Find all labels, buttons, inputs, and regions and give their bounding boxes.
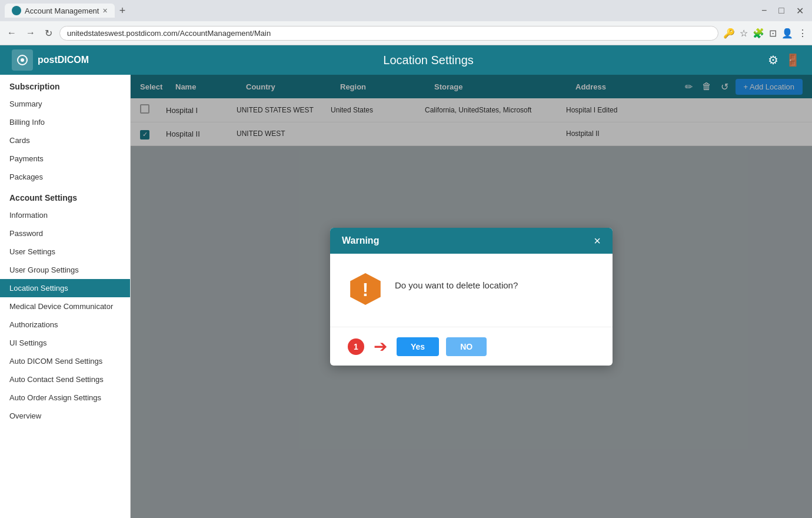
- modal-message: Do you want to delete location?: [395, 271, 518, 290]
- sidebar-item-ui-settings[interactable]: UI Settings: [0, 334, 130, 352]
- content-area: Select Name Country Region Storage Addre…: [131, 75, 812, 518]
- app-header: postDICOM Location Settings ⚙ 🚪: [0, 45, 812, 75]
- modal-body: ! Do you want to delete location?: [330, 254, 613, 327]
- svg-point-1: [21, 58, 24, 62]
- logo-icon: [12, 49, 33, 71]
- browser-chrome: Account Management × + − □ ✕ ← → ↻ 🔑 ☆ 🧩…: [0, 0, 812, 45]
- sidebar-item-auto-order[interactable]: Auto Order Assign Settings: [0, 388, 130, 407]
- main-content: Subscription Summary Billing Info Cards …: [0, 75, 812, 518]
- page-title: Location Settings: [89, 54, 768, 67]
- sidebar-item-auto-dicom[interactable]: Auto DICOM Send Settings: [0, 352, 130, 370]
- no-button[interactable]: NO: [446, 337, 487, 356]
- nav-bar: ← → ↻ 🔑 ☆ 🧩 ⊡ 👤 ⋮: [0, 21, 812, 45]
- key-icon: 🔑: [723, 28, 735, 39]
- modal-header: Warning ×: [330, 228, 613, 254]
- header-icons: ⚙ 🚪: [768, 53, 800, 67]
- profile-icon[interactable]: 👤: [781, 28, 793, 39]
- sidebar-item-overview[interactable]: Overview: [0, 407, 130, 425]
- extensions-icon[interactable]: 🧩: [753, 28, 764, 39]
- account-settings-section-title: Account Settings: [0, 186, 130, 206]
- modal-title: Warning: [342, 235, 379, 246]
- sidebar-item-password[interactable]: Password: [0, 224, 130, 243]
- tab-close-button[interactable]: ×: [102, 6, 107, 15]
- modal-footer: 1 ➔ Yes NO: [330, 327, 613, 366]
- nav-icons: 🔑 ☆ 🧩 ⊡ 👤 ⋮: [723, 28, 807, 39]
- warning-modal: Warning × ! Do you want to delete locati…: [330, 228, 613, 366]
- sidebar: Subscription Summary Billing Info Cards …: [0, 75, 131, 518]
- back-button[interactable]: ←: [5, 25, 19, 41]
- reload-button[interactable]: ↻: [42, 25, 55, 41]
- subscription-section-title: Subscription: [0, 75, 130, 95]
- sidebar-item-user-group-settings[interactable]: User Group Settings: [0, 261, 130, 279]
- star-icon[interactable]: ☆: [740, 28, 748, 39]
- modal-close-button[interactable]: ×: [594, 235, 601, 247]
- logo-text: postDICOM: [38, 55, 89, 65]
- forward-button[interactable]: →: [24, 25, 38, 41]
- sidebar-item-billing-info[interactable]: Billing Info: [0, 113, 130, 131]
- app-logo: postDICOM: [12, 49, 89, 71]
- sidebar-item-authorizations[interactable]: Authorizations: [0, 316, 130, 334]
- sidebar-item-packages[interactable]: Packages: [0, 168, 130, 186]
- sidebar-item-medical-device[interactable]: Medical Device Communicator: [0, 297, 130, 316]
- menu-icon[interactable]: ⋮: [798, 28, 807, 39]
- sidebar-item-payments[interactable]: Payments: [0, 150, 130, 168]
- new-tab-button[interactable]: +: [119, 5, 126, 17]
- browser-tab[interactable]: Account Management ×: [5, 4, 115, 18]
- logout-icon[interactable]: 🚪: [786, 53, 800, 67]
- app-container: postDICOM Location Settings ⚙ 🚪 Subscrip…: [0, 45, 812, 518]
- warning-hex-icon: !: [348, 271, 383, 309]
- window-minimize[interactable]: −: [761, 5, 767, 16]
- modal-overlay: Warning × ! Do you want to delete locati…: [131, 75, 812, 518]
- svg-text:!: !: [362, 280, 368, 300]
- sidebar-item-cards[interactable]: Cards: [0, 131, 130, 150]
- tab-favicon: [12, 6, 21, 15]
- sidebar-item-information[interactable]: Information: [0, 206, 130, 224]
- window-close[interactable]: ✕: [796, 5, 804, 16]
- sidebar-item-user-settings[interactable]: User Settings: [0, 243, 130, 261]
- sidebar-item-auto-contact[interactable]: Auto Contact Send Settings: [0, 370, 130, 388]
- profile-split-icon[interactable]: ⊡: [769, 28, 777, 39]
- arrow-indicator: ➔: [374, 337, 387, 356]
- title-bar: Account Management × + − □ ✕: [0, 0, 812, 21]
- yes-button[interactable]: Yes: [397, 337, 439, 356]
- sidebar-item-location-settings[interactable]: Location Settings: [0, 279, 130, 297]
- sidebar-item-summary[interactable]: Summary: [0, 95, 130, 113]
- window-maximize[interactable]: □: [778, 5, 784, 16]
- tab-title: Account Management: [25, 6, 99, 15]
- address-bar[interactable]: [59, 26, 718, 41]
- settings-icon[interactable]: ⚙: [768, 53, 778, 67]
- step-badge: 1: [348, 338, 364, 355]
